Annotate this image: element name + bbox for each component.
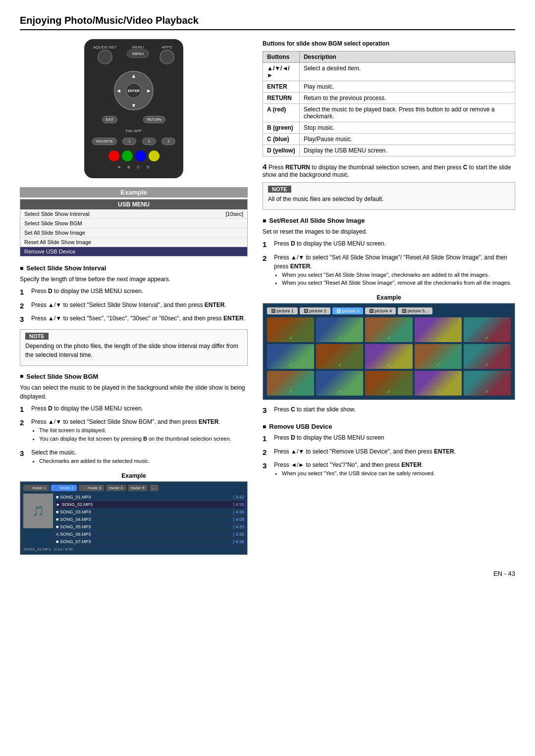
menu-button[interactable]: MENU (127, 50, 150, 58)
dpad-down-icon[interactable]: ▼ (131, 102, 137, 108)
usb-menu-item-bgm[interactable]: Select Slide Show BGM (20, 219, 247, 228)
set-reset-step-2: 2 Press ▲/▼ to select "Set All Slide Sho… (263, 253, 515, 290)
music-item-7[interactable]: ■ SONG_07.MP3| 4:26 (56, 538, 244, 546)
label-d: D (147, 165, 150, 169)
usb-menu-item-remove-usb[interactable]: Remove USB Device (20, 247, 247, 256)
bgm-row-b-green: B (green) Stop music. (263, 122, 515, 134)
favorite-button[interactable]: FAVORITE (92, 138, 117, 145)
set-reset-bullet2: When you select "Reset All Slide Show Im… (282, 279, 515, 287)
num1-button[interactable]: 1 (122, 138, 136, 145)
bgm-table: Buttons Description ▲/▼/◄/► Select a des… (263, 51, 515, 156)
bgm-row-d-yellow: D (yellow) Display the USB MENU screen. (263, 145, 515, 156)
interval-step-2: 2 Press ▲/▼ to select "Select Slide Show… (20, 301, 248, 312)
photo-cell-4[interactable]: ✓ (415, 317, 462, 342)
enter-button[interactable]: ENTER (126, 83, 142, 99)
photo-tab-4[interactable]: 🖼 picture 4 (365, 307, 396, 314)
music-tab-2[interactable]: 🎵 music 2 (51, 485, 77, 491)
red-button[interactable] (108, 151, 119, 161)
music-example-box: 🎵 music 1 🎵 music 2 🎵 music 3 music 4 mu… (20, 481, 248, 555)
photo-cell-6[interactable]: ✓ (267, 344, 314, 369)
set-reset-desc: Set or reset the images to be displayed. (263, 227, 515, 236)
bgm-step2-bullet1: The list screen is displayed. (39, 426, 248, 435)
select-interval-desc: Specify the length of time before the ne… (20, 275, 248, 284)
left-column: AQUOS NET MENU MENU APPS ENTER (20, 39, 248, 560)
bgm-row-return: RETURN Return to the previous process. (263, 93, 515, 104)
remove-usb-step-2: 2 Press ▲/▼ to select "Remove USB Device… (263, 447, 515, 458)
photo-cell-2[interactable]: ✓ (316, 317, 363, 342)
return-button[interactable]: RETURN (143, 116, 165, 123)
music-item-4[interactable]: ■ SONG_04.MP3| 4:08 (56, 516, 244, 523)
music-tab-3[interactable]: 🎵 music 3 (79, 485, 105, 491)
photo-tab-5[interactable]: 🖼 picture 5... (398, 307, 432, 314)
bgm-row-enter: ENTER Play music. (263, 81, 515, 93)
remote-control: AQUOS NET MENU MENU APPS ENTER (84, 39, 183, 178)
select-interval-section: Select Slide Show Interval Specify the l… (20, 264, 248, 366)
blue-button[interactable] (135, 151, 146, 161)
color-buttons (108, 151, 160, 161)
photo-cell-7[interactable]: ✓ (316, 344, 363, 369)
music-tab-more[interactable]: ... (150, 485, 159, 491)
photo-grid-example: 🖼 picture 1 🖼 picture 2 🖼 picture 3 🖼 pi… (263, 303, 515, 400)
music-item-3[interactable]: ■ SONG_03.MP3| 4:36 (56, 508, 244, 516)
bgm-row-a-red: A (red) Select the music to be played ba… (263, 104, 515, 122)
music-tab-5[interactable]: music 5 (128, 485, 148, 491)
step4-row: 4 Press RETURN to display the thumbnail … (263, 162, 515, 178)
apps-label: APPS (161, 45, 172, 50)
music-item-1[interactable]: ■ SONG_01.MP3| 3:42 (56, 494, 244, 501)
select-bgm-section: Select Slide Show BGM You can select the… (20, 373, 248, 555)
photo-tab-1[interactable]: 🖼 picture 1 (267, 307, 298, 314)
interval-note-box: NOTE Depending on the photo files, the l… (20, 329, 248, 366)
interval-step-1: 1 Press D to display the USB MENU screen… (20, 287, 248, 298)
fav-app-label: FAV APP (126, 129, 142, 133)
menu-label: MENU (132, 45, 144, 50)
exit-button[interactable]: EXIT (102, 116, 118, 123)
photo-cell-8[interactable]: ✓ (365, 344, 412, 369)
music-tab-1[interactable]: 🎵 music 1 (23, 485, 49, 491)
yellow-button[interactable] (149, 151, 160, 161)
usb-menu-item-reset-all[interactable]: Reset All Slide Show Image (20, 238, 247, 247)
usb-menu-table: USB MENU Select Slide Show Intrerval [10… (20, 199, 248, 256)
page-title: Enjoying Photo/Music/Video Playback (20, 15, 515, 30)
dpad-right-icon[interactable]: ► (146, 88, 152, 94)
right-note-label: NOTE (268, 186, 291, 193)
photo-cell-5[interactable]: ✓ (464, 317, 511, 342)
right-note-text: All of the music files are selected by d… (268, 195, 510, 203)
remove-usb-step-3: 3 Press ◄/► to select "Yes"/"No", and th… (263, 460, 515, 481)
green-button[interactable] (122, 151, 133, 161)
dpad[interactable]: ENTER ▲ ▼ ◄ ► (114, 71, 154, 110)
num3-button[interactable]: 3 (161, 138, 175, 145)
photo-cell-1[interactable]: ✓ (267, 317, 314, 342)
usb-menu-item-set-all[interactable]: Set All Slide Show Image (20, 228, 247, 238)
note-label: NOTE (25, 333, 49, 340)
label-b: B (127, 165, 130, 169)
music-item-2[interactable]: ► SONG_02.MP3| 4:55 (56, 501, 244, 508)
bgm-step-2: 2 Press ▲/▼ to select "Select Slide Show… (20, 417, 248, 446)
num2-button[interactable]: 2 (142, 138, 156, 145)
usb-menu-section: Example USB MENU Select Slide Show Intre… (20, 187, 248, 256)
music-item-5[interactable]: ■ SONG_05.MP3| 4:20 (56, 523, 244, 531)
photo-cell-14[interactable]: ✓ (415, 371, 462, 396)
photo-tab-2[interactable]: 🖼 picture 2 (300, 307, 330, 314)
abcd-labels: A B C D (118, 165, 150, 169)
photo-cell-12[interactable]: ✓ (316, 371, 363, 396)
photo-cell-10[interactable]: ✓ (464, 344, 511, 369)
photo-cell-13[interactable]: ✓ (365, 371, 412, 396)
usb-menu-title: USB MENU (20, 200, 247, 209)
remote-control-area: AQUOS NET MENU MENU APPS ENTER (20, 39, 248, 178)
photo-cell-15[interactable]: ✓ (464, 371, 511, 396)
music-tab-4[interactable]: music 4 (106, 485, 126, 491)
dpad-left-icon[interactable]: ◄ (116, 88, 121, 94)
dpad-up-icon[interactable]: ▲ (131, 73, 137, 79)
photo-cell-9[interactable]: ✓ (415, 344, 462, 369)
music-example-label: Example (20, 472, 248, 479)
usb-menu-item-interval[interactable]: Select Slide Show Intrerval [10sec] (20, 209, 247, 219)
remove-usb-step-1: 1 Press D to display the USB MENU screen (263, 433, 515, 445)
music-item-6[interactable]: A SONG_06.MP3| 3:55 (56, 531, 244, 538)
bgm-step3-bullet1: Checkmarks are added to the selected mus… (39, 457, 248, 465)
apps-button[interactable] (160, 50, 174, 64)
photo-tab-3[interactable]: 🖼 picture 3 (332, 307, 363, 314)
photo-cell-11[interactable]: ✓ (267, 371, 314, 396)
photo-cell-3[interactable]: ✓ (365, 317, 412, 342)
set-reset-step-3: 3 Press C to start the slide show. (263, 405, 515, 416)
aquos-net-button[interactable] (98, 50, 112, 64)
